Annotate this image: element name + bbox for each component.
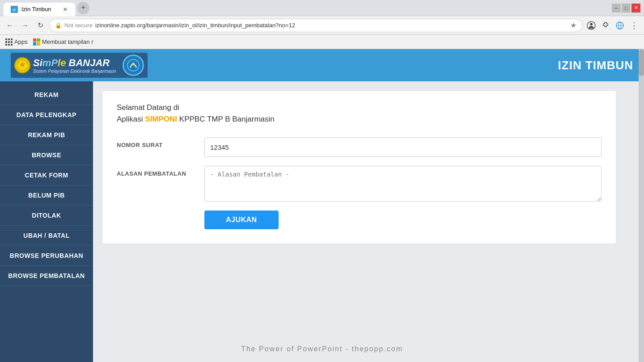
app-name-aplikasi: Aplikasi [117, 115, 145, 123]
nomor-surat-row: NOMOR SURAT [117, 137, 602, 157]
alasan-pembatalan-label: ALASAN PEMBATALAN [117, 166, 197, 177]
browser-titlebar: IT Izin Timbun ✕ + ─ □ ✕ [0, 0, 644, 16]
window-controls: ─ □ ✕ [612, 4, 640, 13]
apps-label: Apps [14, 38, 28, 45]
logo-tagline: Sistem Pelayanan Elektronik Banjarmasin [33, 69, 116, 74]
profile-button[interactable] [585, 19, 597, 32]
address-text[interactable]: izinonline.zapto.org/banjarmasin/izin_ol… [95, 22, 568, 29]
bookmark-icon[interactable]: ★ [570, 21, 576, 29]
app-header: SimPle BANJAR Sistem Pelayanan Elektroni… [0, 49, 644, 81]
sidebar-item-rekam-pib[interactable]: REKAM PIB [0, 125, 93, 145]
page-scrollbar[interactable] [639, 49, 644, 362]
svg-point-7 [132, 63, 135, 65]
sidebar-item-rekam[interactable]: REKAM [0, 85, 93, 105]
browser-tab[interactable]: IT Izin Timbun ✕ [4, 3, 75, 16]
menu-button[interactable]: ⋮ [628, 19, 640, 32]
tab-favicon: IT [11, 6, 18, 13]
bookmarks-ms-link[interactable]: Membuat tampilan r [33, 38, 93, 46]
refresh-button[interactable]: ↻ [34, 19, 47, 32]
bookmarks-bar: Apps Membuat tampilan r [0, 35, 644, 49]
form-card: Selamat Datang di Aplikasi SIMPONI KPPBC… [102, 90, 616, 244]
sidebar-item-ubah-batal[interactable]: UBAH / BATAL [0, 226, 93, 246]
header-logo: SimPle BANJAR Sistem Pelayanan Elektroni… [11, 53, 148, 78]
logo-text: SimPle BANJAR Sistem Pelayanan Elektroni… [33, 57, 116, 74]
alasan-pembatalan-textarea[interactable] [204, 166, 602, 202]
app-wrapper: SimPle BANJAR Sistem Pelayanan Elektroni… [0, 49, 644, 362]
submit-button[interactable]: AJUKAN [204, 210, 279, 229]
header-title: IZIN TIMBUN [558, 59, 633, 72]
sidebar-item-ditolak[interactable]: DITOLAK [0, 206, 93, 226]
logo-sim-text: SimPle BANJAR [33, 57, 116, 69]
sidebar-item-browse[interactable]: BROWSE [0, 145, 93, 165]
sidebar: REKAM DATA PELENGKAP REKAM PIB BROWSE CE… [0, 81, 93, 362]
ms-icon [33, 38, 40, 46]
main-content: REKAM DATA PELENGKAP REKAM PIB BROWSE CE… [0, 81, 644, 362]
bookmarks-apps-link[interactable]: Apps [5, 38, 28, 46]
sidebar-item-browse-pembatalan[interactable]: BROWSE PEMBATALAN [0, 266, 93, 286]
back-button[interactable]: ← [4, 19, 16, 32]
sidebar-item-data-pelengkap[interactable]: DATA PELENGKAP [0, 105, 93, 125]
svg-text:IT: IT [13, 8, 16, 12]
security-icon: 🔒 [55, 22, 62, 29]
tab-title: Izin Timbun [21, 6, 51, 13]
app-name-simponi: SIMPONI [145, 115, 177, 123]
toolbar-icons: ⋮ [585, 19, 640, 32]
logo-emblem [14, 57, 30, 73]
nomor-surat-input[interactable] [204, 137, 602, 157]
close-button[interactable]: ✕ [631, 4, 640, 13]
app-name-line: Aplikasi SIMPONI KPPBC TMP B Banjarmasin [117, 115, 602, 124]
sidebar-item-browse-perubahan[interactable]: BROWSE PERUBAHAN [0, 246, 93, 266]
sidebar-item-cetak-form[interactable]: CETAK FORM [0, 165, 93, 185]
footer-watermark: The Power of PowerPoint - thepopp.com [241, 345, 403, 353]
protocol-label: Not secure [64, 22, 93, 29]
browser-toolbar: ← → ↻ 🔒 Not secure izinonline.zapto.org/… [0, 16, 644, 35]
extensions-button[interactable] [599, 19, 612, 32]
address-bar[interactable]: 🔒 Not secure izinonline.zapto.org/banjar… [49, 19, 582, 32]
new-tab-button[interactable]: + [77, 2, 89, 14]
tab-close-button[interactable]: ✕ [63, 6, 68, 13]
nomor-surat-label: NOMOR SURAT [117, 137, 197, 148]
content-panel: Selamat Datang di Aplikasi SIMPONI KPPBC… [93, 81, 644, 362]
forward-button[interactable]: → [19, 19, 31, 32]
submit-row: AJUKAN [204, 210, 602, 229]
sidebar-item-belum-pib[interactable]: BELUM PIB [0, 185, 93, 206]
logo-icon-right [123, 55, 144, 76]
logo-badge: SimPle BANJAR Sistem Pelayanan Elektroni… [11, 53, 148, 78]
bookmarks-ms-label: Membuat tampilan r [42, 38, 93, 45]
welcome-text: Selamat Datang di [117, 103, 602, 112]
apps-grid-icon [5, 38, 13, 46]
alasan-pembatalan-row: ALASAN PEMBATALAN [117, 166, 602, 202]
app-name-rest: KPPBC TMP B Banjarmasin [177, 115, 275, 123]
globe-icon [614, 19, 626, 32]
page-scrollbar-thumb[interactable] [639, 49, 644, 76]
maximize-button[interactable]: □ [622, 4, 631, 13]
minimize-button[interactable]: ─ [612, 4, 621, 13]
svg-point-3 [590, 23, 593, 25]
